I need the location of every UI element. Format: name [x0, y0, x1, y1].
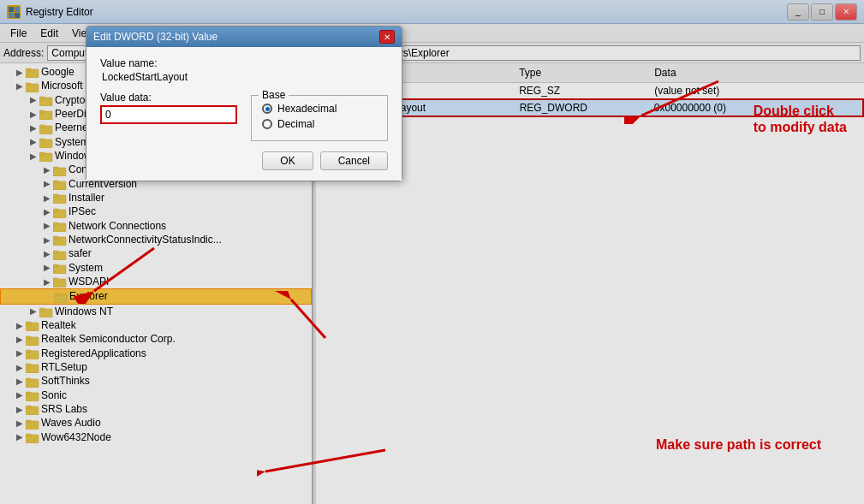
dialog-body: Value name: LockedStartLayout Value data… — [86, 47, 402, 181]
dialog-overlay: Edit DWORD (32-bit) Value ✕ Value name: … — [0, 0, 864, 504]
value-name-value: LockedStartLayout — [100, 71, 388, 83]
value-data-col: Value data: — [100, 92, 237, 141]
base-label: Base — [259, 89, 289, 101]
cancel-button[interactable]: Cancel — [320, 151, 388, 170]
edit-dword-dialog: Edit DWORD (32-bit) Value ✕ Value name: … — [86, 26, 402, 181]
dialog-close-button[interactable]: ✕ — [379, 30, 395, 44]
value-data-label: Value data: — [100, 92, 237, 104]
value-data-input[interactable] — [100, 105, 237, 124]
decimal-label: Decimal — [277, 118, 314, 130]
value-name-label: Value name: — [100, 57, 388, 69]
decimal-radio[interactable] — [262, 119, 272, 129]
decimal-option[interactable]: Decimal — [262, 118, 377, 130]
hexadecimal-label: Hexadecimal — [277, 103, 337, 115]
dialog-title-bar: Edit DWORD (32-bit) Value ✕ — [86, 27, 402, 47]
hexadecimal-radio[interactable] — [262, 104, 272, 114]
dialog-buttons: OK Cancel — [100, 151, 388, 170]
dialog-row: Value data: Base Hexadecimal — [100, 92, 388, 141]
base-group: Base Hexadecimal Decimal — [251, 95, 388, 141]
dialog-title: Edit DWORD (32-bit) Value — [93, 31, 217, 43]
ok-button[interactable]: OK — [262, 151, 313, 170]
base-col: Base Hexadecimal Decimal — [251, 92, 388, 141]
hexadecimal-option[interactable]: Hexadecimal — [262, 103, 377, 115]
